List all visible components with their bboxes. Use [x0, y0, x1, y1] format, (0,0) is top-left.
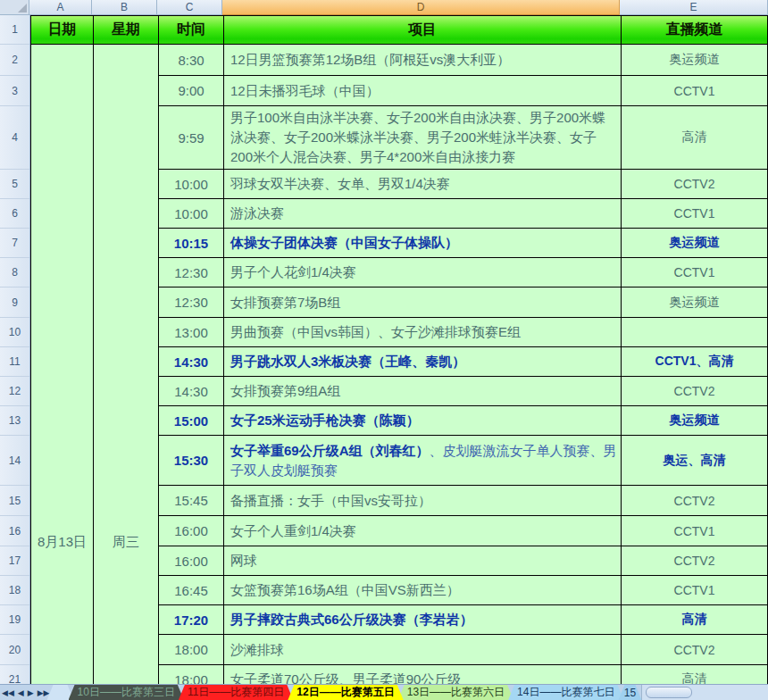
channel-cell[interactable]: CCTV1 — [622, 258, 768, 288]
prev-sheet-icon[interactable]: ◀ — [18, 686, 24, 700]
column-header-C[interactable]: C — [157, 0, 222, 15]
last-sheet-icon[interactable]: ▶▶ — [38, 686, 50, 700]
channel-cell[interactable] — [622, 318, 768, 347]
time-cell[interactable]: 15:30 — [159, 436, 224, 486]
first-sheet-icon[interactable]: ◀◀ — [2, 686, 14, 700]
row-header-2[interactable]: 2 — [0, 45, 29, 76]
column-header-B[interactable]: B — [92, 0, 157, 15]
event-cell[interactable]: 女篮预赛第16场A组（中国VS新西兰） — [224, 576, 622, 605]
row-header-20[interactable]: 20 — [0, 635, 29, 665]
event-cell[interactable]: 沙滩排球 — [224, 635, 622, 665]
time-cell[interactable]: 10:15 — [159, 229, 224, 258]
sheet-tab-4[interactable]: 13日——比赛第六日 — [398, 685, 513, 700]
event-cell[interactable]: 羽球女双半决赛、女单、男双1/4决赛 — [224, 170, 622, 199]
column-header-A[interactable]: A — [29, 0, 92, 15]
row-header-18[interactable]: 18 — [0, 576, 29, 605]
date-merged-cell[interactable]: 8月13日 — [31, 45, 94, 684]
channel-cell[interactable]: 高清 — [622, 605, 768, 635]
channel-cell[interactable]: CCTV1 — [622, 576, 768, 605]
event-cell[interactable]: 男子个人花剑1/4决赛 — [224, 258, 622, 288]
row-header-3[interactable]: 3 — [0, 76, 29, 106]
time-cell[interactable]: 13:00 — [159, 318, 224, 347]
event-cell[interactable]: 12日男篮预赛第12场B组（阿根廷vs澳大利亚） — [224, 45, 622, 76]
channel-cell[interactable]: CCTV2 — [622, 486, 768, 516]
time-cell[interactable]: 14:30 — [159, 347, 224, 377]
event-cell[interactable]: 备播直播：女手（中国vs安哥拉） — [224, 486, 622, 516]
header-cell-time[interactable]: 时间 — [159, 15, 224, 45]
header-cell-channel[interactable]: 直播频道 — [622, 15, 768, 45]
row-header-12[interactable]: 12 — [0, 377, 29, 406]
time-cell[interactable]: 18:00 — [159, 635, 224, 665]
column-header-E[interactable]: E — [620, 0, 768, 15]
event-cell[interactable]: 男曲预赛（中国vs韩国）、女子沙滩排球预赛E组 — [224, 318, 622, 347]
row-header-14[interactable]: 14 — [0, 436, 29, 486]
row-header-21[interactable]: 21 — [0, 665, 29, 684]
sheet-tab-6[interactable]: 15 — [618, 685, 641, 700]
row-header-9[interactable]: 9 — [0, 288, 29, 318]
time-cell[interactable]: 9:59 — [159, 106, 224, 170]
week-merged-cell[interactable]: 周三 — [94, 45, 159, 684]
row-header-15[interactable]: 15 — [0, 486, 29, 516]
event-cell[interactable]: 男子100米自由泳半决赛、女子200米自由泳决赛、男子200米蝶泳决赛、女子20… — [224, 106, 622, 170]
event-cell[interactable]: 12日未播羽毛球（中国） — [224, 76, 622, 106]
header-cell-event[interactable]: 项目 — [224, 15, 622, 45]
row-header-6[interactable]: 6 — [0, 199, 29, 229]
sheet-tab-3[interactable]: 12日——比赛第五日 — [288, 685, 403, 700]
row-header-1[interactable]: 1 — [0, 15, 29, 45]
header-cell-week[interactable]: 星期 — [94, 15, 159, 45]
next-sheet-icon[interactable]: ▶ — [28, 686, 34, 700]
row-header-5[interactable]: 5 — [0, 170, 29, 199]
channel-cell[interactable]: CCTV1 — [622, 76, 768, 106]
channel-cell[interactable]: CCTV2 — [622, 170, 768, 199]
channel-cell[interactable]: 奥运、高清 — [622, 436, 768, 486]
scrollbar-thumb[interactable] — [646, 687, 692, 698]
event-cell[interactable]: 女子柔道70公斤级、男子柔道90公斤级 — [224, 665, 622, 684]
channel-cell[interactable]: CCTV1 — [622, 516, 768, 546]
event-cell[interactable]: 女排预赛第7场B组 — [224, 288, 622, 318]
channel-cell[interactable]: CCTV1、高清 — [622, 347, 768, 377]
time-cell[interactable]: 12:30 — [159, 288, 224, 318]
row-header-8[interactable]: 8 — [0, 258, 29, 288]
event-cell[interactable]: 男子跳水双人3米板决赛（王峰、秦凯） — [224, 347, 622, 377]
horizontal-scrollbar[interactable] — [641, 685, 768, 700]
channel-cell[interactable]: CCTV2 — [622, 635, 768, 665]
row-header-19[interactable]: 19 — [0, 605, 29, 635]
event-cell[interactable]: 男子摔跤古典式66公斤级决赛（李岩岩） — [224, 605, 622, 635]
header-cell-date[interactable]: 日期 — [31, 15, 94, 45]
row-header-16[interactable]: 16 — [0, 516, 29, 546]
column-header-D[interactable]: D — [222, 0, 620, 15]
row-header-13[interactable]: 13 — [0, 406, 29, 436]
time-cell[interactable]: 14:30 — [159, 377, 224, 406]
channel-cell[interactable]: 高清 — [622, 106, 768, 170]
row-header-7[interactable]: 7 — [0, 229, 29, 258]
channel-cell[interactable]: 高清 — [622, 665, 768, 684]
time-cell[interactable]: 15:45 — [159, 486, 224, 516]
channel-cell[interactable]: CCTV2 — [622, 546, 768, 576]
time-cell[interactable]: 16:00 — [159, 516, 224, 546]
sheet-tab-1[interactable]: 10日——比赛第三日 — [69, 685, 184, 700]
event-cell[interactable]: 女子举重69公斤级A组（刘春红）、皮划艇激流女子单人预赛、男子双人皮划艇预赛 — [224, 436, 622, 486]
channel-cell[interactable]: 奥运频道 — [622, 45, 768, 76]
channel-cell[interactable]: 奥运频道 — [622, 406, 768, 436]
time-cell[interactable]: 16:00 — [159, 546, 224, 576]
row-header-17[interactable]: 17 — [0, 546, 29, 576]
event-cell[interactable]: 游泳决赛 — [224, 199, 622, 229]
sheet-tab-2[interactable]: 11日——比赛第四日 — [179, 685, 293, 700]
sheet-tab-5[interactable]: 14日——比赛第七日 — [508, 685, 623, 700]
select-all-corner[interactable] — [0, 0, 29, 15]
channel-cell[interactable]: CCTV1 — [622, 199, 768, 229]
row-header-11[interactable]: 11 — [0, 347, 29, 377]
event-cell[interactable]: 网球 — [224, 546, 622, 576]
time-cell[interactable]: 12:30 — [159, 258, 224, 288]
time-cell[interactable]: 10:00 — [159, 170, 224, 199]
event-cell[interactable]: 女排预赛第9组A组 — [224, 377, 622, 406]
time-cell[interactable]: 9:00 — [159, 76, 224, 106]
row-header-4[interactable]: 4 — [0, 106, 29, 170]
time-cell[interactable]: 17:20 — [159, 605, 224, 635]
event-cell[interactable]: 女子25米运动手枪决赛（陈颖） — [224, 406, 622, 436]
time-cell[interactable]: 18:00 — [159, 665, 224, 684]
channel-cell[interactable]: 奥运频道 — [622, 229, 768, 258]
row-header-10[interactable]: 10 — [0, 318, 29, 347]
event-cell[interactable]: 体操女子团体决赛（中国女子体操队） — [224, 229, 622, 258]
channel-cell[interactable]: 奥运频道 — [622, 288, 768, 318]
